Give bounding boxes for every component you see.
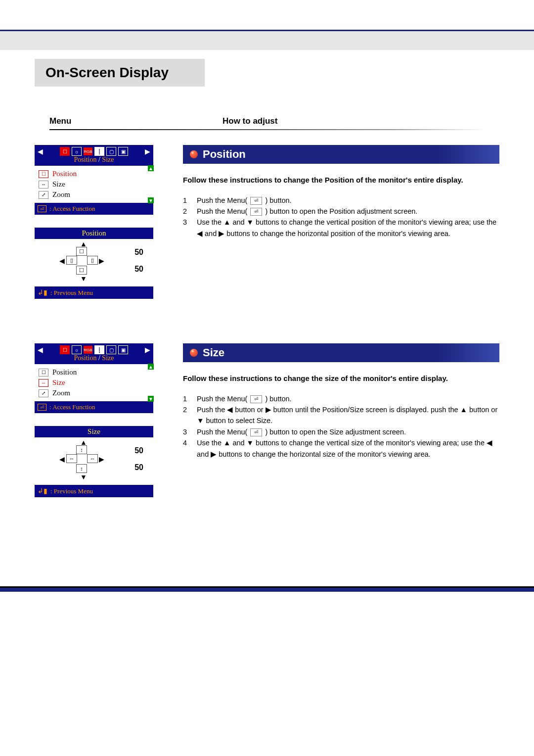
menu-button-icon: ⏎ [250,395,262,403]
osd-tab-input-icon: ▢ [106,147,116,156]
back-icon: ↲▮ [38,288,47,297]
hsize-left-icon: ↔ [66,454,77,463]
back-icon: ↲▮ [38,487,47,495]
adjust-value-2: 50 [134,463,143,472]
bullet-icon [190,150,198,158]
scroll-down-icon: ▼ [148,197,154,203]
section-bar-size: Size [183,343,499,362]
vpos-bottom-icon: ☐ [76,266,87,275]
osd-footer-access: : Access Function [49,403,95,411]
osd-item-position: ☐ Position [39,169,149,179]
vsize-bottom-icon: ↕ [76,464,87,473]
menu-button-icon: ⏎ [250,197,262,205]
osd-item-position: ☐ Position [39,367,149,378]
hpos-right-icon: ▯ [87,256,98,265]
osd-menu-position: ◀ ☐ ☼ RGB ┋ ▢ ▣ ▶ Position / Size ▲ ☐ Po… [35,145,153,215]
osd-tab-screen-icon: ┋ [94,345,104,354]
section-title-position: Position [203,148,246,161]
scroll-up-icon: ▲ [148,364,154,370]
adjust-value-1: 50 [134,248,143,257]
osd-tab-brightness-icon: ☼ [72,345,82,354]
top-grey-bar [0,30,534,50]
position-intro: Follow these instructions to change the … [183,175,499,186]
enter-icon: ⏎ [38,404,46,411]
osd-adjust-size: Size ▲ ↕ ◀ ↔ ↔ ▶ ↕ ▼ 50 50 ↲▮ : Previous… [35,426,153,497]
vpos-icon: ☐ [76,247,87,256]
arrow-right-icon: ▶ [99,257,104,265]
hsize-right-icon: ↔ [87,454,98,463]
nav-right-icon: ▶ [145,147,150,155]
arrow-down-icon: ▼ [80,473,87,481]
hpos-left-icon: ▯ [66,256,77,265]
osd-tab-pip-icon: ▣ [118,345,128,354]
nav-left-icon: ◀ [38,147,43,155]
osd-footer-access: : Access Function [49,205,95,213]
osd-adjust-position: Position ▲ ☐ ◀ ▯ ▯ ▶ ☐ ▼ 50 50 ↲▮ : Prev… [35,228,153,299]
osd-item-size: ↔ Size [39,378,149,388]
arrow-left-icon: ◀ [59,455,65,463]
column-header-howto: How to adjust [193,116,485,126]
page-title-wrap: On-Screen Display [35,59,205,87]
arrow-right-icon: ▶ [99,455,104,463]
osd-menu-title: Position / Size [35,156,153,166]
adjust-value-1: 50 [134,446,143,455]
osd-footer-prev: : Previous Menu [50,487,93,495]
osd-item-zoom: ⤢ Zoom [39,388,149,398]
arrow-down-icon: ▼ [80,275,87,283]
header-divider [49,129,485,130]
osd-tab-rgb-icon: RGB [84,147,92,155]
osd-tab-pip-icon: ▣ [118,147,128,156]
adjust-value-2: 50 [134,265,143,274]
menu-button-icon: ⏎ [250,208,262,216]
enter-icon: ⏎ [38,205,46,212]
vsize-icon: ↕ [76,445,87,454]
section-title-size: Size [203,346,224,359]
osd-tab-brightness-icon: ☼ [72,147,82,156]
osd-tab-position-icon: ☐ [60,147,70,156]
menu-button-icon: ⏎ [250,428,262,436]
bullet-icon [190,349,198,357]
size-intro: Follow these instructions to change the … [183,373,499,384]
osd-tab-rgb-icon: RGB [84,346,92,354]
size-steps: 1Push the Menu( ⏎ ) button. 2Push the ◀ … [183,393,499,460]
bottom-bar [0,586,534,592]
nav-left-icon: ◀ [38,346,43,354]
page-title: On-Screen Display [45,65,194,81]
osd-item-size: ↔ Size [39,179,149,189]
nav-right-icon: ▶ [145,346,150,354]
osd-item-zoom: ⤢ Zoom [39,189,149,200]
position-steps: 1Push the Menu( ⏎ ) button. 2Push the Me… [183,195,499,239]
section-bar-position: Position [183,145,499,164]
column-header-menu: Menu [49,116,193,126]
osd-tab-input-icon: ▢ [106,345,116,354]
osd-menu-title: Position / Size [35,354,153,364]
osd-tab-screen-icon: ┋ [94,147,104,156]
arrow-left-icon: ◀ [59,257,65,265]
osd-footer-prev: : Previous Menu [50,289,93,297]
scroll-up-icon: ▲ [148,165,154,171]
osd-tab-position-icon: ☐ [60,345,70,354]
osd-menu-size: ◀ ☐ ☼ RGB ┋ ▢ ▣ ▶ Position / Size ▲ ☐ Po… [35,343,153,413]
scroll-down-icon: ▼ [148,396,154,402]
